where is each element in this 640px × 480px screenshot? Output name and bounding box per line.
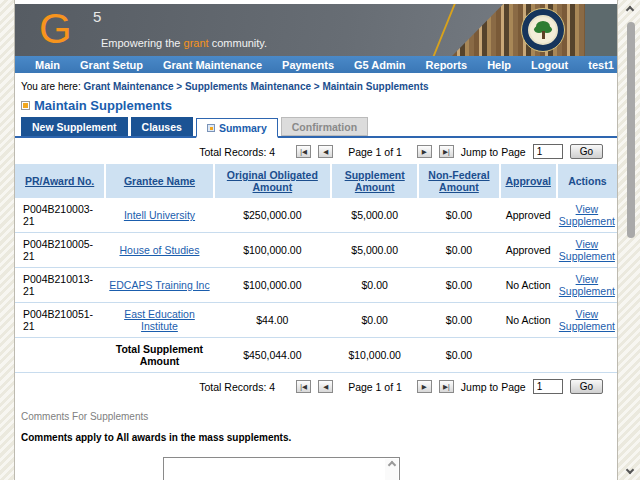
- col-header-supplement[interactable]: Supplement Amount: [331, 164, 418, 198]
- comments-textarea[interactable]: [163, 457, 400, 480]
- col-header-grantee[interactable]: Grantee Name: [105, 164, 213, 198]
- view-supplement-link[interactable]: View Supplement: [559, 238, 615, 262]
- approval-cell: Approved: [500, 233, 557, 268]
- page-title: Maintain Supplements: [34, 98, 172, 113]
- prev-page-button[interactable]: ◀: [318, 145, 333, 158]
- tab-new-supplement[interactable]: New Supplement: [21, 117, 128, 136]
- supplement-amount-cell: $0.00: [331, 303, 418, 338]
- tab-summary[interactable]: Summary: [196, 118, 278, 138]
- total-supplement-label: Total Supplement Amount: [105, 338, 213, 373]
- nav-item-grant-maintenance[interactable]: Grant Maintenance: [153, 59, 272, 71]
- grantee-link[interactable]: Intell University: [124, 209, 195, 221]
- first-page-button[interactable]: |◀: [296, 145, 311, 158]
- pager-top: Total Records: 4 |◀ ◀ Page 1 of 1 ▶ ▶| J…: [15, 138, 617, 164]
- non-federal-amount-cell: $0.00: [418, 198, 499, 233]
- first-page-button[interactable]: |◀: [296, 380, 311, 393]
- comments-note: Comments apply to All awards in the mass…: [21, 432, 617, 443]
- tab-bar: New Supplement Clauses Summary Confirmat…: [15, 117, 617, 138]
- view-supplement-link[interactable]: View Supplement: [559, 308, 615, 332]
- nav-username: test1: [578, 59, 618, 71]
- table-header-row: PR/Award No. Grantee Name Original Oblig…: [15, 164, 617, 198]
- pager-bottom: Total Records: 4 |◀ ◀ Page 1 of 1 ▶ ▶| J…: [15, 373, 617, 399]
- total-original-amount: $450,044.00: [214, 338, 331, 373]
- approval-cell: No Action: [500, 268, 557, 303]
- nav-item-reports[interactable]: Reports: [416, 59, 478, 71]
- g5-logo: G: [39, 6, 72, 52]
- col-header-original[interactable]: Original Obligated Amount: [214, 164, 331, 198]
- page-container: G 5 Empowering the grant community. Main…: [14, 0, 618, 480]
- scrollbar-down-icon[interactable]: [626, 466, 634, 474]
- g5-logo-sup: 5: [93, 8, 101, 25]
- totals-row: Total Supplement Amount $450,044.00 $10,…: [15, 338, 617, 373]
- original-amount-cell: $44.00: [214, 303, 331, 338]
- banner-tagline: Empowering the grant community.: [101, 37, 267, 49]
- view-supplement-link[interactable]: View Supplement: [559, 273, 615, 297]
- grantee-link[interactable]: House of Studies: [119, 244, 199, 256]
- total-supplement-amount: $10,000.00: [331, 338, 418, 373]
- nav-item-payments[interactable]: Payments: [272, 59, 344, 71]
- app-banner: G 5 Empowering the grant community.: [15, 4, 617, 56]
- original-amount-cell: $250,000.00: [214, 198, 331, 233]
- breadcrumb-prefix: You are here:: [21, 81, 81, 92]
- scrollbar-thumb[interactable]: [627, 22, 635, 238]
- comments-section-heading: Comments For Supplements: [21, 411, 617, 422]
- grantee-link[interactable]: EDCAPS Training Inc: [109, 279, 209, 291]
- jump-to-page-label: Jump to Page: [461, 381, 526, 393]
- grantee-link[interactable]: East Education Institute: [124, 308, 195, 332]
- window-scrollbar[interactable]: [623, 0, 639, 480]
- original-amount-cell: $100,000.00: [214, 233, 331, 268]
- jump-to-page-label: Jump to Page: [461, 146, 526, 158]
- col-header-actions: Actions: [557, 164, 617, 198]
- table-row: P004B210005-21 House of Studies $100,000…: [15, 233, 617, 268]
- supplement-amount-cell: $5,000.00: [331, 233, 418, 268]
- tab-clauses[interactable]: Clauses: [131, 117, 193, 136]
- last-page-button[interactable]: ▶|: [439, 380, 454, 393]
- table-row: P004B210003-21 Intell University $250,00…: [15, 198, 617, 233]
- nav-item-main[interactable]: Main: [25, 59, 70, 71]
- next-page-button[interactable]: ▶: [417, 145, 432, 158]
- award-no-cell: P004B210051-21: [15, 303, 105, 338]
- tab-confirmation: Confirmation: [281, 117, 368, 136]
- page-x-of-y-label: Page 1 of 1: [348, 146, 402, 158]
- approval-cell: Approved: [500, 198, 557, 233]
- next-page-button[interactable]: ▶: [417, 380, 432, 393]
- nav-item-g5-admin[interactable]: G5 Admin: [344, 59, 416, 71]
- last-page-button[interactable]: ▶|: [439, 145, 454, 158]
- col-header-award-no[interactable]: PR/Award No.: [15, 164, 105, 198]
- main-nav: Main Grant Setup Grant Maintenance Payme…: [15, 56, 617, 73]
- scroll-up-icon[interactable]: [387, 461, 395, 469]
- chalkboard-photo: [585, 4, 617, 56]
- non-federal-amount-cell: $0.00: [418, 303, 499, 338]
- jump-to-page-input[interactable]: [533, 379, 563, 394]
- supplement-amount-cell: $0.00: [331, 268, 418, 303]
- go-button[interactable]: Go: [570, 379, 603, 394]
- non-federal-amount-cell: $0.00: [418, 233, 499, 268]
- col-header-approval[interactable]: Approval: [500, 164, 557, 198]
- breadcrumb-path[interactable]: Grant Maintenance > Supplements Maintena…: [83, 81, 428, 92]
- non-federal-amount-cell: $0.00: [418, 268, 499, 303]
- scrollbar-up-icon[interactable]: [626, 6, 634, 14]
- go-button[interactable]: Go: [570, 144, 603, 159]
- table-row: P004B210051-21 East Education Institute …: [15, 303, 617, 338]
- approval-cell: No Action: [500, 303, 557, 338]
- jump-to-page-input[interactable]: [533, 144, 563, 159]
- supplements-table: PR/Award No. Grantee Name Original Oblig…: [15, 164, 617, 373]
- total-records-label: Total Records: 4: [199, 381, 275, 393]
- view-supplement-link[interactable]: View Supplement: [559, 203, 615, 227]
- page-title-icon: [21, 101, 30, 110]
- prev-page-button[interactable]: ◀: [318, 380, 333, 393]
- original-amount-cell: $100,000.00: [214, 268, 331, 303]
- nav-item-grant-setup[interactable]: Grant Setup: [70, 59, 153, 71]
- supplement-amount-cell: $5,000.00: [331, 198, 418, 233]
- textarea-scrollbar[interactable]: [385, 459, 398, 480]
- page-x-of-y-label: Page 1 of 1: [348, 381, 402, 393]
- award-no-cell: P004B210003-21: [15, 198, 105, 233]
- summary-tab-icon: [207, 124, 215, 132]
- dept-of-education-seal-icon: [521, 8, 565, 52]
- col-header-non-federal[interactable]: Non-Federal Amount: [418, 164, 499, 198]
- table-row: P004B210013-21 EDCAPS Training Inc $100,…: [15, 268, 617, 303]
- nav-item-help[interactable]: Help: [477, 59, 521, 71]
- award-no-cell: P004B210013-21: [15, 268, 105, 303]
- nav-item-logout[interactable]: Logout: [521, 59, 578, 71]
- total-non-federal-amount: $0.00: [418, 338, 499, 373]
